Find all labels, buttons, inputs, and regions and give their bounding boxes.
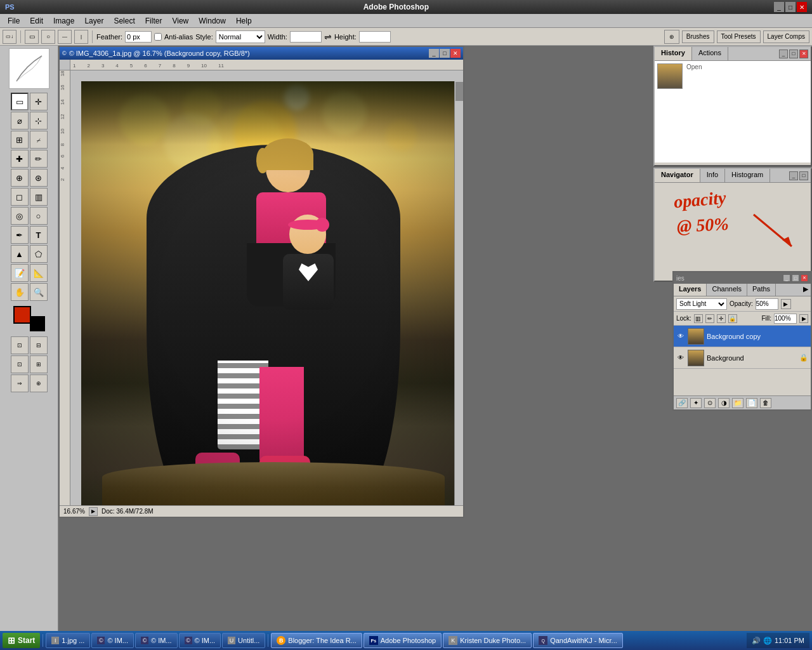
tool-blur[interactable]: ◎ [11,207,29,225]
layer-style-btn[interactable]: ✦ [690,398,702,408]
taskbar-item-im1[interactable]: © © IM... [91,633,134,648]
zoom-options-btn[interactable]: ▶ [89,507,98,516]
extras-btn[interactable]: ⊕ [30,375,48,392]
tool-brush[interactable]: ✏ [30,150,48,168]
doc-close[interactable]: ✕ [450,49,461,58]
maximize-button[interactable]: □ [785,2,796,12]
col-marquee-btn[interactable]: | [74,30,88,44]
quick-mask-btn[interactable]: ⊡ [11,355,29,373]
doc-maximize[interactable]: □ [440,49,450,58]
tool-text[interactable]: T [30,226,48,244]
link-layers-btn[interactable]: 🔗 [676,398,688,408]
tool-pen[interactable]: ✒ [11,226,29,244]
tool-zoom[interactable]: 🔍 [30,283,48,301]
blend-mode-select[interactable]: Soft Light Normal Multiply Screen Overla… [676,298,727,310]
menu-help[interactable]: Help [231,15,257,27]
new-group-btn[interactable]: 📁 [732,398,743,408]
jump-to-btn[interactable]: ⇒ [11,375,29,392]
menu-view[interactable]: View [167,15,193,27]
menu-filter[interactable]: Filter [140,15,167,27]
width-height-swap[interactable]: ⇌ [324,32,332,42]
layers-panel-menu[interactable]: ▶ [801,284,811,296]
layers-close-btn[interactable]: ✕ [801,274,808,282]
taskbar-blogger[interactable]: B Blogger: The Idea R... [271,633,362,648]
row-marquee-btn[interactable]: — [58,30,72,44]
tool-dodge[interactable]: ○ [30,207,48,225]
history-close-btn[interactable]: ✕ [799,50,808,58]
new-adj-layer-btn[interactable]: ◑ [718,398,730,408]
menu-file[interactable]: File [3,15,25,27]
width-input[interactable] [290,31,322,43]
document-content[interactable] [81,81,463,517]
tool-history-brush[interactable]: ⊛ [30,169,48,187]
tool-notes[interactable]: 📝 [11,264,29,282]
layers-tab[interactable]: Layers [674,284,707,296]
add-mask-btn[interactable]: ⊙ [704,398,716,408]
height-input[interactable] [359,31,391,43]
taskbar-item-1jpg[interactable]: I 1.jpg ... [46,633,90,648]
tool-clone[interactable]: ⊕ [11,169,29,187]
menu-edit[interactable]: Edit [25,15,48,27]
nav-maximize-btn[interactable]: □ [799,171,808,180]
rect-marquee-btn[interactable]: ▭ [25,30,39,44]
tool-magic-wand[interactable]: ⊹ [30,112,48,129]
histogram-tab[interactable]: Histogram [725,169,770,182]
tool-eraser[interactable]: ◻ [11,188,29,206]
paths-tab[interactable]: Paths [747,284,776,296]
tool-hand[interactable]: ✋ [11,283,29,301]
close-button[interactable]: ✕ [797,2,807,12]
layers-minimize-btn[interactable]: _ [783,274,790,282]
layer-visibility-bg-copy[interactable]: 👁 [676,332,685,341]
lock-transparency-btn[interactable]: ▥ [694,314,703,323]
layer-item-bg-copy[interactable]: 👁 Background copy [674,326,811,347]
tool-shape[interactable]: ⬠ [30,245,48,263]
history-maximize-btn[interactable]: □ [789,50,798,58]
tool-eyedropper[interactable]: ⌿ [30,131,48,149]
fill-input[interactable] [774,314,797,324]
history-tab[interactable]: History [655,47,692,60]
actions-tab[interactable]: Actions [692,47,728,60]
refine-edge-btn[interactable]: ⊛ [664,30,679,44]
layer-item-background[interactable]: 👁 Background 🔒 [674,347,811,369]
menu-select[interactable]: Select [108,15,140,27]
info-tab[interactable]: Info [700,169,725,182]
tool-marquee[interactable]: ▭ [11,93,29,110]
layer-visibility-background[interactable]: 👁 [676,354,685,362]
history-minimize-btn[interactable]: _ [779,50,788,58]
menu-window[interactable]: Window [193,15,231,27]
cs-btn[interactable]: ⊞ [30,355,48,373]
tool-gradient[interactable]: ▥ [30,188,48,206]
scrollbar-thumb-v[interactable] [455,82,463,101]
tool-move[interactable]: ✛ [30,93,48,110]
layers-maximize-btn[interactable]: □ [792,274,799,282]
ellipse-marquee-btn[interactable]: ○ [41,30,55,44]
layer-comps-tab[interactable]: Layer Comps [763,30,809,43]
brushes-tab[interactable]: Brushes [682,30,714,43]
taskbar-item-im2[interactable]: © © IM... [135,633,178,648]
taskbar-qanda[interactable]: Q QandAwithKJ - Micr... [533,633,623,648]
start-button[interactable]: ⊞ Start [3,633,40,648]
feather-input[interactable] [125,31,152,43]
antialiased-checkbox[interactable] [154,33,162,41]
lock-position-btn[interactable]: ✛ [717,314,726,323]
screen-mode-btn[interactable]: ⊡ [11,336,29,354]
foreground-color[interactable] [13,306,31,324]
tool-lasso[interactable]: ⌀ [11,112,29,129]
nav-minimize-btn[interactable]: _ [789,171,798,180]
new-layer-btn[interactable]: 📄 [746,398,757,408]
navigator-tab[interactable]: Navigator [655,169,700,182]
tool-presets-tab[interactable]: Tool Presets [717,30,761,43]
tool-measure[interactable]: 📐 [30,264,48,282]
lock-image-btn[interactable]: ✏ [705,314,714,323]
fill-stepper[interactable]: ▶ [799,314,808,323]
fullscreen-btn[interactable]: ⊟ [30,336,48,354]
minimize-button[interactable]: _ [774,2,784,12]
menu-image[interactable]: Image [48,15,79,27]
taskbar-kristen[interactable]: K Kristen Duke Photo... [443,633,532,648]
delete-layer-btn[interactable]: 🗑 [760,398,771,408]
opacity-input[interactable] [756,298,778,310]
style-select[interactable]: Normal Fixed Ratio Fixed Size [216,30,265,43]
opacity-stepper[interactable]: ▶ [781,299,791,309]
doc-minimize[interactable]: _ [429,49,439,58]
menu-layer[interactable]: Layer [79,15,108,27]
